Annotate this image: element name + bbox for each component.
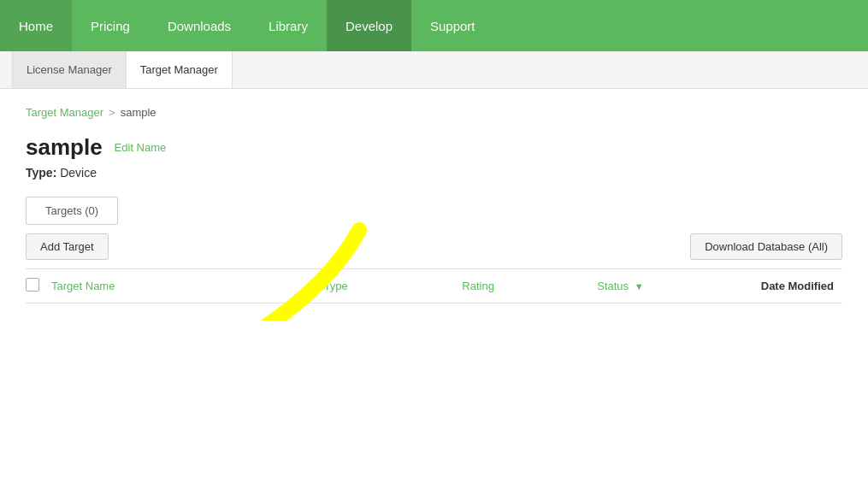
nav-home[interactable]: Home (0, 0, 72, 51)
breadcrumb-current: sample (121, 106, 156, 119)
nav-support[interactable]: Support (411, 0, 494, 51)
type-label: Type: (26, 166, 56, 180)
targets-tab-box: Targets (0) (26, 197, 118, 225)
subnav-license-manager[interactable]: License Manager (12, 51, 127, 88)
main-content-wrapper: Target Manager > sample sample Edit Name… (0, 89, 868, 321)
sub-nav: License Manager Target Manager (0, 51, 868, 89)
page-title: sample (26, 134, 103, 161)
nav-library[interactable]: Library (250, 0, 327, 51)
nav-develop[interactable]: Develop (327, 0, 411, 51)
edit-name-link[interactable]: Edit Name (115, 141, 167, 154)
type-value-text: Device (60, 166, 97, 180)
select-all-checkbox[interactable] (26, 278, 39, 292)
nav-downloads[interactable]: Downloads (149, 0, 250, 51)
top-nav: Home Pricing Downloads Library Develop S… (0, 0, 868, 51)
table-col-date-header: Date Modified (692, 280, 842, 292)
table-col-rating-header[interactable]: Rating (407, 280, 549, 292)
breadcrumb: Target Manager > sample (26, 106, 842, 119)
table-col-type-header[interactable]: Type (265, 280, 407, 292)
table-col-name-header[interactable]: Target Name (51, 280, 265, 292)
table-header: Target Name Type Rating Status ▼ Date Mo… (26, 269, 842, 303)
breadcrumb-parent-link[interactable]: Target Manager (26, 106, 103, 119)
type-row: Type: Device (26, 166, 842, 180)
table-col-status-header[interactable]: Status ▼ (549, 280, 691, 292)
page-title-area: sample Edit Name (26, 134, 842, 161)
breadcrumb-separator: > (109, 106, 115, 119)
table-header-checkbox-col (26, 278, 51, 294)
status-sort-icon: ▼ (635, 281, 644, 292)
main-content: Target Manager > sample sample Edit Name… (0, 89, 868, 321)
toolbar-row: Add Target Download Database (All) (26, 225, 842, 269)
targets-tab[interactable]: Targets (0) (27, 197, 117, 224)
add-target-button[interactable]: Add Target (26, 233, 109, 260)
download-database-button[interactable]: Download Database (All) (690, 233, 842, 260)
subnav-target-manager[interactable]: Target Manager (126, 51, 233, 88)
nav-pricing[interactable]: Pricing (72, 0, 149, 51)
